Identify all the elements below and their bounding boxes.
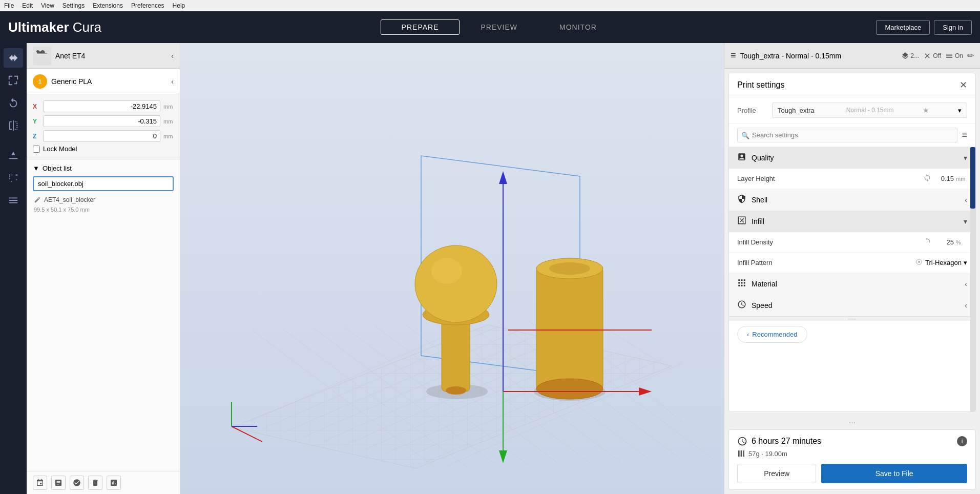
- lock-row: Lock Model: [33, 145, 174, 153]
- bottom-icon-1[interactable]: [33, 476, 47, 490]
- print-settings-header: Print settings ✕: [729, 73, 975, 97]
- lock-checkbox[interactable]: [33, 146, 40, 153]
- right-panel: ≡ Tough_extra - Normal - 0.15mm 2... Off…: [724, 43, 980, 494]
- svg-point-31: [415, 245, 497, 322]
- svg-point-33: [446, 386, 466, 395]
- coord-row-z: Z mm: [33, 130, 174, 142]
- object-list-header[interactable]: ▼ Object list: [33, 164, 174, 172]
- svg-point-32: [431, 258, 462, 284]
- sidebar-icon-mirror[interactable]: [4, 116, 23, 135]
- tab-monitor[interactable]: MONITOR: [538, 19, 618, 35]
- material-amount: 57g · 19.00m: [748, 450, 787, 458]
- profile-select-sub: Normal - 0.15mm: [846, 107, 894, 114]
- material-row: 57g · 19.00m: [737, 449, 967, 458]
- recommended-row: ‹ Recommended: [729, 320, 975, 348]
- bottom-icon-2[interactable]: [51, 476, 66, 490]
- collapse-icon: ▼: [33, 164, 39, 172]
- tab-preview[interactable]: PREVIEW: [460, 19, 538, 35]
- infill-pattern-dropdown[interactable]: Tri-Hexagon ▾: [925, 259, 967, 266]
- infill-pattern-chevron: ▾: [964, 259, 967, 266]
- time-label: 6 hours 27 minutes: [752, 437, 821, 446]
- marketplace-button[interactable]: Marketplace: [876, 20, 930, 35]
- support-value: Off: [933, 52, 941, 59]
- coord-row-y: Y mm: [33, 115, 174, 127]
- speed-chevron: ‹: [965, 301, 967, 310]
- layer-height-unit: mm: [956, 176, 967, 182]
- material-arrow[interactable]: ‹: [171, 77, 174, 86]
- layers-value: 2...: [911, 52, 920, 59]
- menu-preferences[interactable]: Preferences: [131, 2, 164, 9]
- search-input[interactable]: [737, 128, 957, 142]
- adhesion-value: On: [955, 52, 963, 59]
- edit-profile-button[interactable]: ✏: [967, 51, 974, 60]
- infill-pattern-label: Infill Pattern: [737, 259, 915, 266]
- svg-marker-1: [11, 152, 15, 155]
- bottom-icon-3[interactable]: [70, 476, 84, 490]
- menu-edit[interactable]: Edit: [22, 2, 33, 9]
- material-section-header[interactable]: Material ‹: [729, 273, 975, 295]
- quality-chevron: ▾: [964, 154, 967, 162]
- sidebar-icon-rotate[interactable]: [4, 93, 23, 113]
- settings-content: Quality ▾ Layer Height 0.15 mm: [729, 147, 975, 411]
- layer-height-label: Layer Height: [737, 175, 923, 182]
- speed-label: Speed: [752, 301, 772, 310]
- infill-section-header[interactable]: Infill ▾: [729, 211, 975, 232]
- tab-prepare[interactable]: PREPARE: [381, 19, 460, 35]
- menu-view[interactable]: View: [41, 2, 54, 9]
- speed-section-header[interactable]: Speed ‹: [729, 295, 975, 316]
- sidebar-icon-support[interactable]: [4, 168, 23, 188]
- adhesion-icon: [945, 52, 953, 60]
- bottom-icons: [27, 471, 180, 494]
- sidebar-icon-scale[interactable]: [4, 71, 23, 90]
- material-tab[interactable]: 1 Generic PLA ‹: [27, 69, 180, 94]
- bottom-more-dots[interactable]: ···: [724, 416, 980, 429]
- printer-arrow[interactable]: ‹: [171, 52, 174, 60]
- sidebar-icon-move[interactable]: [4, 48, 23, 68]
- search-icon: 🔍: [741, 131, 749, 139]
- x-input[interactable]: [43, 100, 160, 112]
- signin-button[interactable]: Sign in: [934, 20, 972, 35]
- close-settings-button[interactable]: ✕: [960, 79, 967, 91]
- quality-section-header[interactable]: Quality ▾: [729, 147, 975, 169]
- recommended-button[interactable]: ‹ Recommended: [737, 326, 807, 343]
- z-input[interactable]: [43, 130, 160, 142]
- support-icon: [923, 52, 931, 60]
- bottom-icon-5[interactable]: [107, 476, 121, 490]
- object-item[interactable]: soil_blocker.obj: [33, 176, 174, 191]
- z-label: Z: [33, 133, 40, 140]
- scrollbar-thumb[interactable]: [970, 147, 975, 209]
- transform-panel: X mm Y mm Z mm Lock Model: [27, 94, 180, 159]
- menu-help[interactable]: Help: [173, 2, 185, 9]
- star-icon: ★: [923, 106, 929, 114]
- infill-pattern-icon: [915, 258, 925, 267]
- menu-file[interactable]: File: [4, 2, 14, 9]
- settings-menu-button[interactable]: ≡: [962, 130, 967, 140]
- object-mesh-name: AET4_soil_blocker: [44, 196, 95, 203]
- clock-icon: [737, 436, 747, 446]
- logo-light: Cura: [69, 19, 102, 35]
- info-button[interactable]: i: [957, 436, 967, 446]
- save-to-file-button[interactable]: Save to File: [821, 464, 967, 483]
- topbar: Ultimaker Cura PREPARE PREVIEW MONITOR M…: [0, 11, 980, 43]
- menu-extensions[interactable]: Extensions: [93, 2, 123, 9]
- material-badge: 1: [33, 74, 47, 89]
- y-input[interactable]: [43, 115, 160, 127]
- sidebar-icon-permodel[interactable]: [4, 191, 23, 210]
- sidebar-icon-layflat[interactable]: [4, 146, 23, 165]
- logo-bold: Ultimaker: [8, 19, 69, 35]
- y-unit: mm: [163, 118, 174, 125]
- layer-height-row: Layer Height 0.15 mm: [729, 169, 975, 189]
- shell-section-header[interactable]: Shell ‹: [729, 189, 975, 211]
- action-buttons: Preview Save to File: [737, 464, 967, 483]
- bottom-icon-4[interactable]: [88, 476, 102, 490]
- profile-row-label: Profile: [737, 107, 768, 114]
- profile-header: ≡ Tough_extra - Normal - 0.15mm 2... Off…: [724, 43, 980, 69]
- settings-scrollbar[interactable]: [970, 147, 975, 411]
- profile-select[interactable]: Tough_extra Normal - 0.15mm ★ ▾: [772, 102, 967, 118]
- printer-icon-wrap: [33, 47, 51, 65]
- printer-tab[interactable]: Anet ET4 ‹: [27, 43, 180, 69]
- viewport[interactable]: [180, 43, 724, 494]
- preview-button[interactable]: Preview: [737, 464, 816, 483]
- svg-rect-0: [9, 158, 18, 159]
- menu-settings[interactable]: Settings: [62, 2, 85, 9]
